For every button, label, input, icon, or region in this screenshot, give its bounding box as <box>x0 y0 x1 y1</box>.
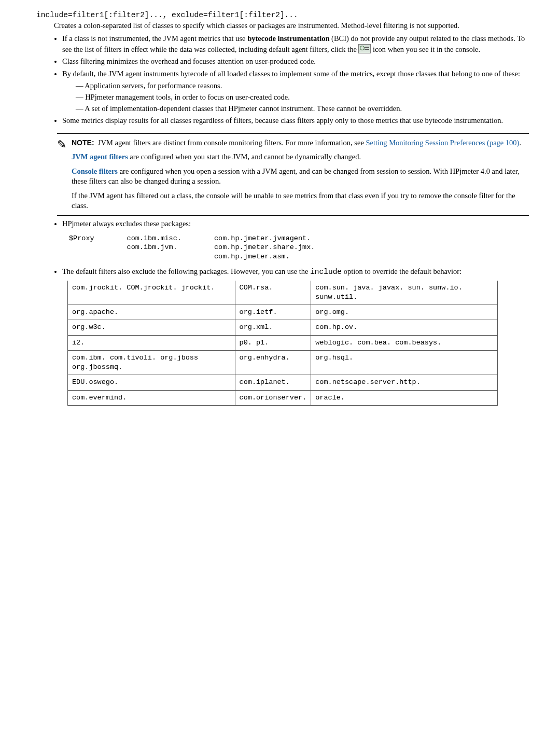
list-item: A set of implementation-dependent classe… <box>76 104 529 114</box>
note-icon: ✎ <box>57 138 66 211</box>
note-text-2: are configured when you start the JVM, a… <box>128 153 361 161</box>
note-text-3: are configured when you open a session w… <box>72 167 520 186</box>
table-cell: com.jrockit. COM.jrockit. jrockit. <box>68 281 235 305</box>
bullet1-bold: bytecode instrumentation <box>247 34 329 43</box>
note-text-1a: JVM agent filters are distinct from cons… <box>98 139 366 147</box>
description-paragraph: Creates a colon-separated list of classe… <box>54 21 529 31</box>
pkg: com.ibm.jvm. <box>127 243 181 252</box>
bullet3-text: By default, the JVM agent instruments by… <box>62 70 520 78</box>
table-cell: com.sun. java. javax. sun. sunw.io. sunw… <box>311 281 498 305</box>
table-cell: com.hp.ov. <box>311 320 498 335</box>
pkg: com.hp.jmeter.asm. <box>214 252 315 261</box>
list-item: Application servers, for performance rea… <box>76 81 529 91</box>
table-cell: oracle. <box>311 390 498 405</box>
bullet1-pre: If a class is not instrumented, the JVM … <box>62 34 247 43</box>
list-item: By default, the JVM agent instruments by… <box>62 69 529 114</box>
table-cell: COM.rsa. <box>235 281 311 305</box>
bullet6-a: The default filters also exclude the fol… <box>62 267 310 275</box>
list-item: The default filters also exclude the fol… <box>62 267 529 278</box>
list-item: If a class is not instrumented, the JVM … <box>62 34 529 54</box>
third-bullet-list: The default filters also exclude the fol… <box>62 267 529 278</box>
table-cell: org.apache. <box>68 305 235 320</box>
jvm-agent-filters-term: JVM agent filters <box>72 153 128 161</box>
table-cell: org.omg. <box>311 305 498 320</box>
table-cell: com.netscape.server.http. <box>311 375 498 390</box>
table-cell: com.orionserver. <box>235 390 311 405</box>
bullet1-tail: icon when you see it in the console. <box>371 45 480 53</box>
table-cell: i2. <box>68 335 235 350</box>
excluded-packages-table: $Proxy com.ibm.misc. com.ibm.jvm. com.hp… <box>67 232 347 263</box>
table-cell: $Proxy <box>68 233 125 262</box>
bullet6-b: option to override the default behavior: <box>342 267 461 275</box>
syntax-line: include=filter1[:filter2]..., exclude=fi… <box>36 10 529 21</box>
table-cell: p0. p1. <box>235 335 311 350</box>
pkg: com.hp.jmeter.jvmagent. <box>214 234 315 243</box>
table-cell: com.hp.jmeter.jvmagent. com.hp.jmeter.sh… <box>214 233 346 262</box>
filter-info-icon[interactable] <box>358 44 371 53</box>
table-cell: org.hsql. <box>311 350 498 375</box>
table-cell: com.ibm. com.tivoli. org.jboss org.jboss… <box>68 350 235 375</box>
table-cell: EDU.oswego. <box>68 375 235 390</box>
list-item: HPjmeter always excludes these packages: <box>62 219 529 229</box>
bullet6-mono: include <box>310 268 342 276</box>
table-cell: weblogic. com.bea. com.beasys. <box>311 335 498 350</box>
note-block: ✎ NOTE: JVM agent filters are distinct f… <box>57 133 529 216</box>
table-cell: org.enhydra. <box>235 350 311 375</box>
table-cell: com.iplanet. <box>235 375 311 390</box>
table-cell: org.ietf. <box>235 305 311 320</box>
note-label: NOTE: <box>72 139 94 147</box>
pkg: com.ibm.misc. <box>127 234 181 243</box>
note-text-1b: . <box>519 139 521 147</box>
list-item: Some metrics display results for all cla… <box>62 116 529 126</box>
list-item: HPjmeter management tools, in order to f… <box>76 92 529 103</box>
console-filters-term: Console filters <box>72 167 118 175</box>
default-filters-table: com.jrockit. COM.jrockit. jrockit. COM.r… <box>67 281 498 406</box>
note-text-4: If the JVM agent has filtered out a clas… <box>72 191 529 211</box>
pkg: com.hp.jmeter.share.jmx. <box>214 243 315 252</box>
table-cell: org.xml. <box>235 320 311 335</box>
main-bullet-list: If a class is not instrumented, the JVM … <box>62 34 529 126</box>
dash-list: Application servers, for performance rea… <box>76 81 529 114</box>
table-cell: com.evermind. <box>68 390 235 405</box>
table-cell: com.ibm.misc. com.ibm.jvm. <box>127 233 213 262</box>
list-item: Class filtering minimizes the overhead a… <box>62 57 529 67</box>
secondary-bullet-list: HPjmeter always excludes these packages: <box>62 219 529 229</box>
note-link[interactable]: Setting Monitoring Session Preferences (… <box>366 139 519 147</box>
table-cell: org.w3c. <box>68 320 235 335</box>
